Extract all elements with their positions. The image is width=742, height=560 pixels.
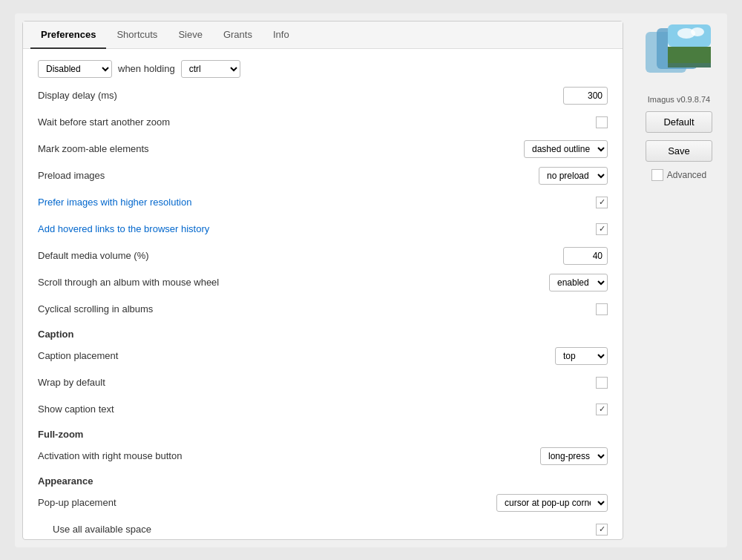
wrap-default-control xyxy=(596,377,608,389)
add-hovered-links-label: Add hovered links to the browser history xyxy=(38,223,596,234)
show-caption-control xyxy=(596,403,608,415)
wrap-default-row: Wrap by default xyxy=(38,372,608,393)
wait-before-zoom-checkbox[interactable] xyxy=(596,116,608,128)
scroll-album-select[interactable]: enabled disabled xyxy=(549,274,608,291)
caption-placement-label: Caption placement xyxy=(38,350,555,361)
default-media-volume-row: Default media volume (%) xyxy=(38,246,608,266)
tab-grants[interactable]: Grants xyxy=(213,22,263,49)
popup-placement-control: cursor at pop-up corner center top-left xyxy=(496,494,608,512)
default-media-volume-input[interactable] xyxy=(563,247,608,265)
disabled-select[interactable]: Disabled Enabled xyxy=(38,60,112,78)
advanced-label: Advanced xyxy=(667,170,706,180)
display-delay-input[interactable]: 300 xyxy=(563,87,608,105)
default-media-volume-control xyxy=(563,247,608,265)
add-hovered-links-checkbox[interactable] xyxy=(596,223,608,235)
show-caption-label: Show caption text xyxy=(38,403,596,415)
activation-select[interactable]: long-press disabled enabled xyxy=(540,447,608,465)
preferences-panel: Disabled Enabled when holding ctrl alt s… xyxy=(23,49,623,539)
popup-placement-row: Pop-up placement cursor at pop-up corner… xyxy=(38,493,608,513)
prefer-higher-res-row: Prefer images with higher resolution xyxy=(38,192,608,213)
tab-bar: Preferences Shortcuts Sieve Grants Info xyxy=(23,22,623,49)
preload-images-label: Preload images xyxy=(38,170,539,181)
prefer-higher-res-control xyxy=(596,197,608,208)
use-all-space-control xyxy=(596,524,608,536)
mark-zoomable-label: Mark zoom-able elements xyxy=(38,143,524,154)
show-caption-row: Show caption text xyxy=(38,399,608,420)
tab-info[interactable]: Info xyxy=(263,22,300,49)
cyclical-scrolling-checkbox[interactable] xyxy=(596,303,608,315)
save-button[interactable]: Save xyxy=(646,140,712,162)
cyclical-scrolling-label: Cyclical scrolling in albums xyxy=(38,303,596,314)
holding-row: Disabled Enabled when holding ctrl alt s… xyxy=(38,60,608,78)
mark-zoomable-select[interactable]: dashed outline solid outline none xyxy=(524,140,608,158)
svg-rect-8 xyxy=(668,63,711,67)
activation-label: Activation with right mouse button xyxy=(38,450,540,461)
caption-section-title: Caption xyxy=(38,329,608,340)
cyclical-scrolling-control xyxy=(596,303,608,315)
caption-placement-control: top bottom left right xyxy=(555,347,608,365)
popup-placement-select[interactable]: cursor at pop-up corner center top-left xyxy=(496,494,608,512)
show-caption-checkbox[interactable] xyxy=(596,403,608,415)
preload-images-row: Preload images no preload preload aggres… xyxy=(38,165,608,186)
scroll-album-row: Scroll through an album with mouse wheel… xyxy=(38,272,608,293)
activation-row: Activation with right mouse button long-… xyxy=(38,446,608,467)
caption-placement-row: Caption placement top bottom left right xyxy=(38,346,608,366)
wait-before-zoom-row: Wait before start another zoom xyxy=(38,112,608,133)
cyclical-scrolling-row: Cyclical scrolling in albums xyxy=(38,299,608,320)
advanced-checkbox[interactable] xyxy=(651,169,663,181)
display-delay-control: 300 xyxy=(563,87,608,105)
tab-sieve[interactable]: Sieve xyxy=(168,22,213,49)
prefer-higher-res-label: Prefer images with higher resolution xyxy=(38,197,596,208)
preload-images-control: no preload preload aggressive xyxy=(539,167,608,185)
svg-point-5 xyxy=(691,27,704,36)
add-hovered-links-control xyxy=(596,223,608,235)
wrap-default-checkbox[interactable] xyxy=(596,377,608,389)
fullzoom-section-title: Full-zoom xyxy=(38,429,608,440)
mark-zoomable-control: dashed outline solid outline none xyxy=(524,140,608,158)
app-sidebar: Imagus v0.9.8.74 Default Save Advanced xyxy=(631,13,727,547)
appearance-section-title: Appearance xyxy=(38,475,608,487)
wait-before-zoom-label: Wait before start another zoom xyxy=(38,116,596,128)
use-all-space-label: Use all available space xyxy=(53,524,596,535)
default-button[interactable]: Default xyxy=(646,111,712,133)
app-icon xyxy=(642,24,716,84)
tab-preferences[interactable]: Preferences xyxy=(30,22,106,49)
caption-placement-select[interactable]: top bottom left right xyxy=(555,347,608,365)
wrap-default-label: Wrap by default xyxy=(38,377,596,388)
display-delay-row: Display delay (ms) 300 xyxy=(38,85,608,106)
preload-images-select[interactable]: no preload preload aggressive xyxy=(539,167,608,185)
use-all-space-checkbox[interactable] xyxy=(596,524,608,536)
advanced-row: Advanced xyxy=(651,169,706,181)
popup-placement-label: Pop-up placement xyxy=(38,497,496,508)
wait-before-zoom-control xyxy=(596,116,608,128)
tab-shortcuts[interactable]: Shortcuts xyxy=(106,22,168,49)
activation-control: long-press disabled enabled xyxy=(540,447,608,465)
when-holding-label: when holding xyxy=(118,63,175,74)
scroll-album-label: Scroll through an album with mouse wheel xyxy=(38,277,549,288)
mark-zoomable-row: Mark zoom-able elements dashed outline s… xyxy=(38,139,608,159)
use-all-space-row: Use all available space xyxy=(38,519,608,539)
prefer-higher-res-checkbox[interactable] xyxy=(596,197,608,208)
app-version-label: Imagus v0.9.8.74 xyxy=(648,95,710,104)
scroll-album-control: enabled disabled xyxy=(549,274,608,291)
ctrl-select[interactable]: ctrl alt shift none xyxy=(181,60,240,78)
display-delay-label: Display delay (ms) xyxy=(38,90,563,101)
add-hovered-links-row: Add hovered links to the browser history xyxy=(38,219,608,240)
default-media-volume-label: Default media volume (%) xyxy=(38,250,563,261)
